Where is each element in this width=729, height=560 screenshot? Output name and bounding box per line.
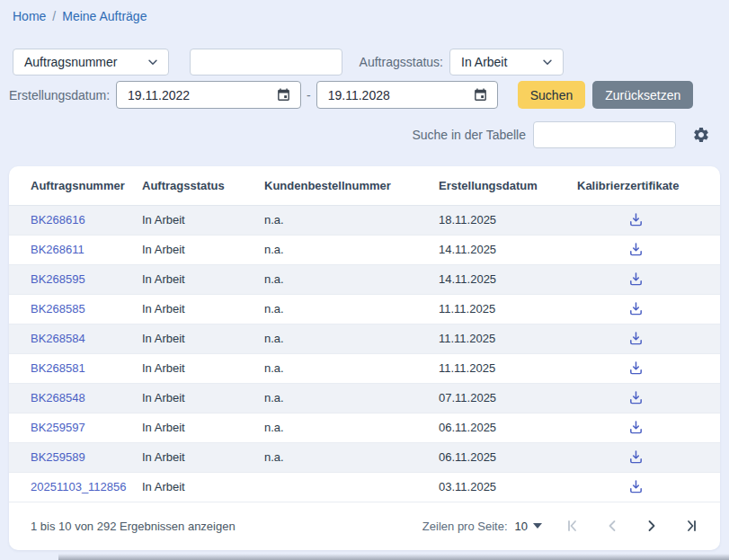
order-status-cell: In Arbeit [142, 442, 264, 472]
first-page-icon[interactable] [565, 519, 580, 533]
table-search-row: Suche in der Tabelle [9, 121, 720, 148]
customer-order-number-cell: n.a. [264, 413, 439, 442]
order-number-link[interactable]: BK259597 [31, 421, 85, 434]
date-to-input[interactable] [328, 88, 471, 102]
gear-icon[interactable] [692, 126, 710, 144]
creation-date-cell: 18.11.2025 [439, 205, 577, 235]
download-certificate-button[interactable] [621, 327, 651, 350]
rows-per-page: Zeilen pro Seite: 10 [422, 520, 542, 533]
bottom-edge-bar [58, 554, 729, 560]
download-icon [627, 210, 645, 229]
creation-date-cell: 07.11.2025 [439, 383, 577, 413]
order-number-link[interactable]: BK268611 [31, 243, 84, 256]
column-header-kundenbestellnummer: Kundenbestellnummer [264, 166, 439, 205]
breadcrumb-separator: / [52, 9, 56, 23]
last-page-icon[interactable] [684, 519, 698, 533]
orders-table: Auftragsnummer Auftragsstatus Kundenbest… [9, 166, 720, 502]
column-header-erstellungsdatum: Erstellungsdatum [439, 166, 577, 205]
creation-date-label: Erstellungsdatum: [9, 88, 110, 102]
customer-order-number-cell: n.a. [264, 353, 439, 383]
download-icon [627, 270, 645, 289]
rows-per-page-value: 10 [515, 520, 528, 533]
rows-per-page-select[interactable]: 10 [515, 520, 542, 533]
date-range-separator: - [307, 88, 311, 102]
order-number-link[interactable]: BK268616 [31, 213, 85, 227]
filter-row-field: Auftragsnummer Auftragsstatus: In Arbeit [9, 49, 720, 76]
breadcrumb: Home / Meine Aufträge [9, 0, 720, 23]
order-number-link[interactable]: BK268584 [31, 332, 85, 345]
order-status-cell: In Arbeit [142, 353, 264, 383]
search-field-select[interactable]: Auftragsnummer [13, 49, 169, 76]
creation-date-cell: 11.11.2025 [439, 353, 577, 383]
chevron-down-icon [541, 56, 554, 68]
search-value-input[interactable] [190, 49, 342, 76]
order-number-link[interactable]: BK268581 [31, 361, 85, 375]
customer-order-number-cell: n.a. [264, 383, 439, 413]
table-row: BK259597 In Arbeit n.a. 06.11.2025 [9, 413, 720, 442]
download-certificate-button[interactable] [621, 416, 651, 439]
customer-order-number-cell: n.a. [264, 264, 439, 294]
download-certificate-button[interactable] [621, 387, 651, 409]
table-row: BK268581 In Arbeit n.a. 11.11.2025 [9, 353, 720, 383]
search-button[interactable]: Suchen [518, 81, 585, 109]
download-certificate-button[interactable] [621, 268, 651, 290]
order-status-cell: In Arbeit [142, 264, 264, 294]
download-certificate-button[interactable] [621, 446, 651, 468]
table-header-row: Auftragsnummer Auftragsstatus Kundenbest… [9, 166, 720, 205]
download-certificate-button[interactable] [621, 209, 651, 231]
download-certificate-button[interactable] [621, 238, 651, 261]
download-icon [627, 240, 645, 259]
order-status-cell: In Arbeit [142, 383, 264, 413]
customer-order-number-cell: n.a. [264, 294, 439, 324]
date-from-field[interactable] [116, 81, 301, 109]
order-number-link[interactable]: BK259589 [31, 450, 85, 464]
chevron-left-icon[interactable] [605, 519, 619, 533]
creation-date-cell: 03.11.2025 [439, 472, 577, 502]
rows-per-page-label: Zeilen pro Seite: [422, 520, 508, 533]
table-row: BK268611 In Arbeit n.a. 14.11.2025 [9, 235, 720, 264]
customer-order-number-cell: n.a. [264, 235, 439, 264]
order-number-link[interactable]: BK268585 [31, 302, 85, 316]
calendar-icon[interactable] [274, 85, 293, 104]
reset-button[interactable]: Zurücksetzen [592, 81, 693, 109]
download-icon [627, 299, 645, 318]
breadcrumb-current[interactable]: Meine Aufträge [62, 9, 147, 23]
order-status-cell: In Arbeit [142, 294, 264, 324]
column-header-kalibrierzertifikate: Kalibrierzertifikate [577, 166, 720, 205]
results-summary: 1 bis 10 von 292 Ergebnissen anzeigen [31, 520, 236, 533]
table-row: BK268584 In Arbeit n.a. 11.11.2025 [9, 324, 720, 353]
order-status-cell: In Arbeit [142, 472, 264, 502]
date-from-input[interactable] [128, 88, 274, 102]
order-status-cell: In Arbeit [142, 324, 264, 353]
date-to-field[interactable] [316, 81, 498, 109]
download-certificate-button[interactable] [621, 357, 651, 379]
download-icon [627, 418, 645, 437]
creation-date-cell: 06.11.2025 [439, 442, 577, 472]
table-search-input[interactable] [533, 121, 676, 148]
calendar-icon[interactable] [471, 85, 490, 104]
status-select[interactable]: In Arbeit [449, 49, 564, 76]
order-status-cell: In Arbeit [142, 205, 264, 235]
chevron-right-icon[interactable] [645, 519, 659, 533]
customer-order-number-cell: n.a. [264, 205, 439, 235]
order-number-link[interactable]: BK268595 [31, 272, 85, 286]
column-header-auftragsnummer: Auftragsnummer [9, 166, 142, 205]
creation-date-cell: 14.11.2025 [439, 235, 577, 264]
download-icon [627, 477, 645, 496]
download-certificate-button[interactable] [621, 476, 651, 498]
search-field-select-value: Auftragsnummer [24, 55, 117, 69]
order-number-link[interactable]: 20251103_112856 [31, 480, 127, 493]
caret-down-icon [533, 523, 542, 529]
download-certificate-button[interactable] [621, 298, 651, 320]
status-select-value: In Arbeit [461, 55, 507, 69]
order-number-link[interactable]: BK268548 [31, 391, 85, 404]
orders-table-card: Auftragsnummer Auftragsstatus Kundenbest… [9, 166, 720, 550]
creation-date-cell: 11.11.2025 [439, 294, 577, 324]
customer-order-number-cell [264, 472, 439, 502]
creation-date-cell: 11.11.2025 [439, 324, 577, 353]
breadcrumb-home-link[interactable]: Home [13, 9, 46, 23]
creation-date-cell: 06.11.2025 [439, 413, 577, 442]
table-footer: 1 bis 10 von 292 Ergebnissen anzeigen Ze… [9, 502, 720, 550]
download-icon [627, 359, 645, 378]
table-row: BK268616 In Arbeit n.a. 18.11.2025 [9, 205, 720, 235]
